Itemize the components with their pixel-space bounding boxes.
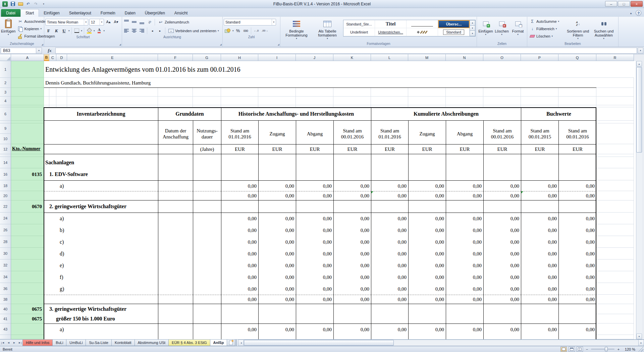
- grid-cell[interactable]: 3. geringwertige Wirtschaftsgüter: [44, 304, 158, 314]
- grid-cell[interactable]: [158, 324, 193, 335]
- grid-cell[interactable]: 0,00: [446, 224, 483, 236]
- grid-cell[interactable]: b): [44, 224, 158, 236]
- grid-cell[interactable]: 0,00: [521, 248, 558, 259]
- row-header[interactable]: 910: [0, 123, 11, 144]
- grid-cell[interactable]: 0,00: [296, 224, 333, 236]
- grid-cell[interactable]: [193, 168, 221, 180]
- insert-worksheet-button[interactable]: [227, 340, 235, 346]
- row-header[interactable]: [0, 154, 11, 157]
- grid-cell[interactable]: [296, 121, 333, 123]
- grid-cell[interactable]: 0,00: [446, 248, 483, 259]
- row-header[interactable]: 30: [0, 248, 11, 259]
- zoom-level[interactable]: 120 %: [623, 347, 635, 351]
- grid-cell[interactable]: [596, 88, 634, 97]
- sheet-tab-hilfe-und-infos[interactable]: Hilfe und Infos: [22, 340, 53, 346]
- qat-customize-button[interactable]: ▾: [40, 1, 47, 7]
- save-button[interactable]: [9, 1, 16, 7]
- cell-style-item-underline-sample[interactable]: [407, 20, 438, 28]
- grid-cell[interactable]: 0,00: [258, 180, 296, 191]
- grid-cell[interactable]: [296, 154, 333, 157]
- grid-cell[interactable]: [483, 314, 521, 324]
- grid-cell[interactable]: [158, 236, 193, 248]
- grid-cell[interactable]: [408, 157, 446, 168]
- grid-cell[interactable]: Abgang: [296, 123, 333, 144]
- grid-cell[interactable]: 0,00: [558, 295, 596, 304]
- grid-cell[interactable]: Stand am 00.01.2016: [483, 123, 521, 144]
- grid-cell[interactable]: 0,00: [333, 191, 371, 200]
- grid-cell[interactable]: [521, 97, 558, 105]
- grid-cell[interactable]: 0,00: [221, 180, 258, 191]
- grid-cell[interactable]: 0,00: [333, 324, 371, 335]
- grid-cell[interactable]: 0675: [11, 304, 44, 314]
- grid-cell[interactable]: 0,00: [521, 180, 558, 191]
- merge-center-button[interactable]: ↔Verbinden und zentrieren▾: [167, 27, 220, 34]
- first-sheet-button[interactable]: |◄: [0, 340, 6, 346]
- grid-cell[interactable]: [193, 97, 221, 105]
- grid-cell[interactable]: [558, 88, 596, 97]
- redo-button[interactable]: ↷: [33, 1, 39, 7]
- column-header-R[interactable]: R: [596, 54, 634, 61]
- grid-cell[interactable]: [193, 335, 221, 339]
- grid-cell[interactable]: 0,00: [371, 191, 408, 200]
- grid-cell[interactable]: c): [44, 236, 158, 248]
- grid-cell[interactable]: [408, 121, 446, 123]
- sheet-tab-anlsp[interactable]: AnlSp: [210, 340, 227, 346]
- row-header[interactable]: 32: [0, 259, 11, 271]
- tab-ueberpruefen[interactable]: Überprüfen: [140, 9, 170, 17]
- grid-cell[interactable]: [596, 78, 634, 88]
- grid-cell[interactable]: [558, 97, 596, 105]
- grid-cell[interactable]: [371, 304, 408, 314]
- fill-color-button[interactable]: [86, 27, 93, 34]
- grid-cell[interactable]: [296, 335, 333, 339]
- tab-datei[interactable]: Datei: [1, 9, 20, 17]
- grid-cell[interactable]: [11, 121, 44, 123]
- ribbon-collapse-button[interactable]: ▴: [628, 10, 634, 16]
- grid-cell[interactable]: 0,00: [558, 259, 596, 271]
- grid-cell[interactable]: [296, 97, 333, 105]
- grid-cell[interactable]: [408, 97, 446, 105]
- grid-cell[interactable]: 0,00: [408, 248, 446, 259]
- undo-button[interactable]: ↶: [25, 1, 32, 7]
- grid-cell[interactable]: 0,00: [221, 248, 258, 259]
- grid-cell[interactable]: [193, 121, 221, 123]
- grid-cell[interactable]: [56, 97, 67, 105]
- maximize-button[interactable]: □: [618, 1, 630, 7]
- grid-cell[interactable]: 0,00: [258, 283, 296, 295]
- column-header-N[interactable]: N: [446, 54, 483, 61]
- grid-cell[interactable]: 0,00: [221, 271, 258, 283]
- grid-cell[interactable]: [371, 314, 408, 324]
- column-header-F[interactable]: F: [158, 54, 193, 61]
- grid-cell[interactable]: 0,00: [446, 259, 483, 271]
- grid-cell[interactable]: [558, 154, 596, 157]
- grid-cell[interactable]: 0,00: [558, 213, 596, 224]
- grid-cell[interactable]: [558, 335, 596, 339]
- wrap-text-button[interactable]: ↩Zeilenumbruch: [157, 18, 191, 25]
- grow-font-button[interactable]: A▴: [105, 19, 112, 25]
- grid-cell[interactable]: [11, 295, 44, 304]
- grid-cell[interactable]: [596, 168, 634, 180]
- grid-cell[interactable]: 0,00: [258, 236, 296, 248]
- grid-cell[interactable]: [193, 324, 221, 335]
- grid-cell[interactable]: [221, 314, 258, 324]
- grid-cell[interactable]: 0,00: [446, 191, 483, 200]
- grid-cell[interactable]: [193, 88, 221, 97]
- grid-cell[interactable]: d): [44, 248, 158, 259]
- grid-cell[interactable]: [11, 259, 44, 271]
- grid-cell[interactable]: EUR: [446, 144, 483, 154]
- grid-cell[interactable]: [11, 123, 44, 144]
- grid-cell[interactable]: [158, 224, 193, 236]
- grid-cell[interactable]: [371, 97, 408, 105]
- grid-cell[interactable]: EUR: [221, 144, 258, 154]
- grid-cell[interactable]: Sachanlagen: [44, 157, 158, 168]
- grid-cell[interactable]: [408, 314, 446, 324]
- grid-cell[interactable]: Zugang: [258, 123, 296, 144]
- grid-cell[interactable]: 0,00: [296, 283, 333, 295]
- grid-cell[interactable]: [596, 123, 634, 144]
- grid-cell[interactable]: 0,00: [371, 324, 408, 335]
- row-header[interactable]: 20: [0, 191, 11, 200]
- align-top-button[interactable]: [123, 19, 130, 25]
- grid-cell[interactable]: [221, 121, 258, 123]
- clear-button[interactable]: Löschen▾: [528, 33, 565, 40]
- grid-cell[interactable]: [596, 236, 634, 248]
- grid-cell[interactable]: 0,00: [408, 324, 446, 335]
